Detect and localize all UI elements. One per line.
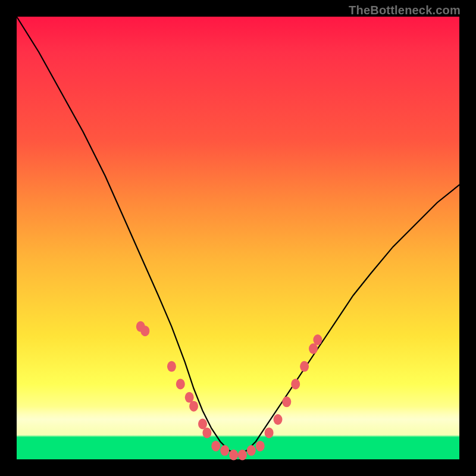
curve-marker — [229, 450, 238, 461]
bottleneck-curve-svg — [17, 17, 459, 459]
curve-marker — [256, 441, 265, 452]
curve-marker — [300, 361, 309, 372]
curve-marker — [167, 361, 176, 372]
curve-marker — [265, 427, 274, 438]
watermark-text: TheBottleneck.com — [349, 4, 461, 17]
curve-marker — [220, 445, 229, 456]
curve-marker — [238, 450, 247, 461]
curve-marker — [274, 414, 283, 425]
chart-stage: TheBottleneck.com — [0, 0, 476, 476]
curve-marker — [189, 401, 198, 412]
curve-marker — [202, 427, 211, 438]
curve-marker — [140, 325, 149, 336]
bottleneck-curve — [17, 17, 459, 455]
marker-group — [136, 321, 322, 461]
curve-marker — [176, 379, 185, 390]
plot-area — [17, 17, 459, 459]
curve-marker — [247, 445, 256, 456]
curve-marker — [211, 441, 220, 452]
curve-marker — [282, 396, 291, 407]
curve-marker — [291, 379, 300, 390]
curve-marker — [313, 334, 322, 345]
